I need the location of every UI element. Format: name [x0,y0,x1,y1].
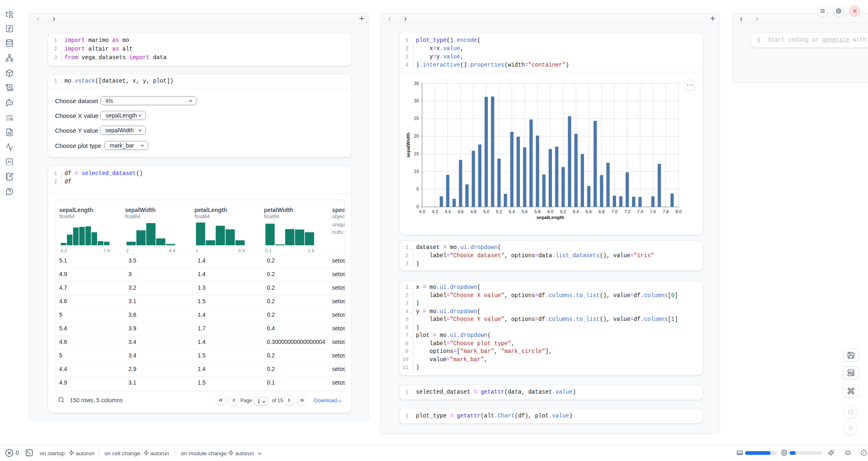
svg-text:6.0: 6.0 [547,209,554,214]
svg-text:7.8: 7.8 [663,209,669,214]
svg-text:20: 20 [414,134,419,138]
svg-text:5: 5 [416,187,419,191]
svg-text:7.4: 7.4 [637,209,643,214]
svg-text:5.2: 5.2 [496,209,502,214]
svg-text:4.6: 4.6 [457,209,464,214]
svg-text:5.6: 5.6 [522,209,528,214]
svg-text:4.0: 4.0 [419,209,425,214]
svg-text:10: 10 [414,169,419,174]
svg-text:4.2: 4.2 [432,209,438,214]
svg-text:35: 35 [414,81,419,86]
svg-text:sepalWidth: sepalWidth [406,132,411,157]
svg-text:6.8: 6.8 [598,209,605,214]
svg-text:4.8: 4.8 [470,209,476,214]
svg-text:5.4: 5.4 [509,209,515,214]
svg-text:5.0: 5.0 [483,209,489,214]
svg-text:25: 25 [414,116,419,121]
svg-text:7.0: 7.0 [612,209,618,214]
svg-text:7.2: 7.2 [624,209,630,214]
svg-text:0: 0 [416,204,419,209]
svg-text:5.8: 5.8 [534,209,540,214]
svg-text:7.6: 7.6 [650,209,656,214]
svg-text:8.0: 8.0 [676,209,682,214]
svg-text:30: 30 [414,98,419,103]
svg-text:15: 15 [414,151,419,156]
svg-text:6.6: 6.6 [586,209,592,214]
svg-text:6.2: 6.2 [560,209,566,214]
svg-text:4.4: 4.4 [445,209,451,214]
svg-text:6.4: 6.4 [573,209,579,214]
svg-text:sepalLength: sepalLength [536,215,564,220]
